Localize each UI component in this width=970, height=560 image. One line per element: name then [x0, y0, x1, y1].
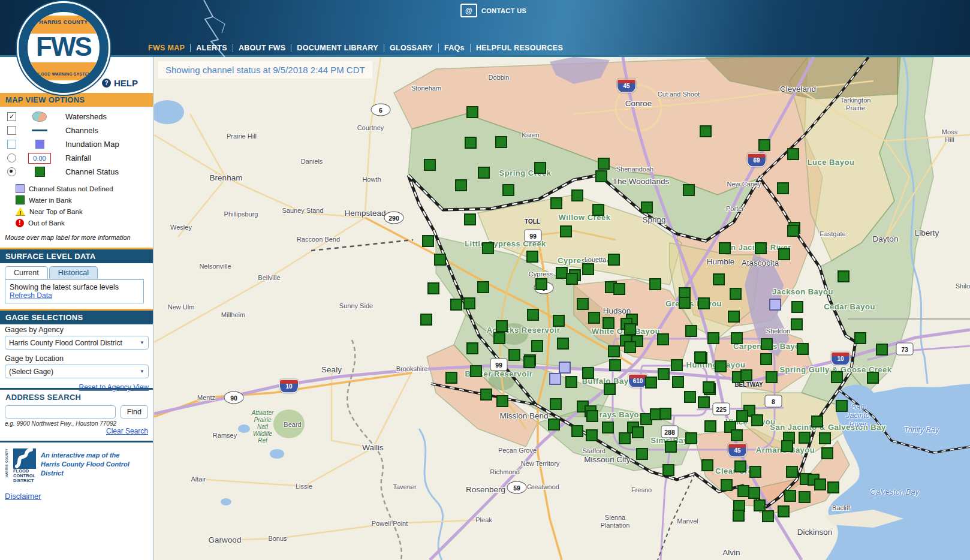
contact-us-button[interactable]: @ CONTACT US [460, 4, 526, 17]
channel-status-marker-water-in-bank[interactable] [603, 317, 614, 329]
find-button[interactable]: Find [121, 405, 148, 419]
channel-status-marker-water-in-bank[interactable] [685, 325, 697, 337]
channel-status-marker-water-in-bank[interactable] [684, 391, 696, 403]
channel-status-marker-water-in-bank[interactable] [704, 420, 716, 432]
channel-status-marker-water-in-bank[interactable] [496, 395, 508, 407]
channel-status-marker-water-in-bank[interactable] [698, 297, 710, 309]
nav-item-helpful-resources[interactable]: HELPFUL RESOURCES [471, 44, 568, 52]
channel-status-marker-water-in-bank[interactable] [602, 421, 614, 433]
channel-status-marker-water-in-bank[interactable] [778, 248, 790, 260]
channel-status-marker-water-in-bank[interactable] [740, 369, 752, 381]
channel-status-marker-not-defined[interactable] [549, 373, 561, 385]
channel-status-marker-not-defined[interactable] [769, 299, 781, 311]
channel-status-marker-water-in-bank[interactable] [814, 478, 826, 490]
channel-status-marker-water-in-bank[interactable] [657, 333, 669, 345]
tab-historical[interactable]: Historical [49, 266, 98, 279]
channel-status-marker-water-in-bank[interactable] [665, 441, 677, 453]
channel-status-marker-water-in-bank[interactable] [728, 311, 740, 323]
channel-status-marker-water-in-bank[interactable] [734, 460, 746, 472]
channel-status-marker-water-in-bank[interactable] [731, 332, 743, 344]
channel-status-marker-water-in-bank[interactable] [582, 263, 594, 275]
channel-status-marker-water-in-bank[interactable] [672, 376, 684, 388]
channel-status-marker-water-in-bank[interactable] [420, 314, 432, 326]
clear-search-link[interactable]: Clear Search [0, 427, 153, 435]
channel-status-marker-water-in-bank[interactable] [464, 213, 476, 225]
agency-select[interactable]: Harris County Flood Control District ▼ [5, 336, 149, 350]
channel-status-marker-water-in-bank[interactable] [557, 338, 569, 350]
channel-status-marker-water-in-bank[interactable] [636, 448, 648, 460]
channel-status-marker-water-in-bank[interactable] [553, 315, 565, 327]
channel-status-marker-water-in-bank[interactable] [598, 158, 610, 170]
tab-current[interactable]: Current [5, 266, 48, 279]
channel-status-marker-water-in-bank[interactable] [876, 344, 888, 356]
channel-status-marker-water-in-bank[interactable] [736, 410, 748, 422]
disclaimer-link[interactable]: Disclaimer [5, 492, 148, 501]
channel-status-marker-water-in-bank[interactable] [685, 432, 697, 444]
channel-status-marker-water-in-bank[interactable] [455, 179, 467, 191]
nav-item-glossary[interactable]: GLOSSARY [384, 44, 439, 52]
channel-status-marker-water-in-bank[interactable] [748, 487, 760, 499]
channel-status-marker-water-in-bank[interactable] [733, 510, 745, 522]
channel-status-marker-water-in-bank[interactable] [791, 301, 803, 313]
channel-status-marker-water-in-bank[interactable] [434, 254, 446, 266]
channel-status-marker-water-in-bank[interactable] [582, 367, 594, 379]
channel-status-marker-water-in-bank[interactable] [799, 491, 811, 503]
nav-item-about-fws[interactable]: ABOUT FWS [233, 44, 291, 52]
channel-status-marker-water-in-bank[interactable] [836, 400, 848, 412]
refresh-data-link[interactable]: Refresh Data [10, 291, 52, 300]
channel-status-marker-water-in-bank[interactable] [478, 167, 490, 179]
channel-status-marker-water-in-bank[interactable] [838, 270, 849, 282]
channel-status-marker-water-in-bank[interactable] [608, 345, 620, 357]
channel-status-marker-water-in-bank[interactable] [658, 368, 670, 380]
channel-status-marker-water-in-bank[interactable] [565, 376, 577, 388]
layer-radio-channel-status[interactable] [7, 167, 16, 176]
channel-status-marker-water-in-bank[interactable] [577, 298, 589, 310]
channel-status-marker-water-in-bank[interactable] [586, 429, 598, 441]
channel-status-marker-water-in-bank[interactable] [811, 416, 823, 427]
channel-status-marker-water-in-bank[interactable] [571, 189, 583, 201]
gage-select[interactable]: (Select Gage) ▼ [5, 365, 149, 378]
channel-status-marker-water-in-bank[interactable] [749, 466, 761, 478]
channel-status-marker-water-in-bank[interactable] [595, 170, 607, 182]
channel-status-marker-water-in-bank[interactable] [480, 389, 492, 401]
address-search-input[interactable] [5, 405, 116, 419]
channel-status-marker-water-in-bank[interactable] [701, 459, 713, 471]
channel-status-marker-water-in-bank[interactable] [662, 464, 674, 476]
channel-status-marker-water-in-bank[interactable] [571, 425, 583, 437]
channel-status-marker-water-in-bank[interactable] [787, 225, 799, 237]
channel-status-marker-water-in-bank[interactable] [604, 383, 616, 395]
channel-status-marker-water-in-bank[interactable] [531, 340, 543, 352]
channel-status-marker-water-in-bank[interactable] [707, 332, 719, 344]
channel-status-marker-water-in-bank[interactable] [465, 137, 477, 149]
layer-radio-rainfall[interactable] [7, 153, 16, 162]
channel-status-marker-water-in-bank[interactable] [649, 278, 661, 290]
channel-status-marker-water-in-bank[interactable] [482, 242, 494, 254]
channel-status-marker-water-in-bank[interactable] [592, 204, 604, 216]
channel-status-marker-water-in-bank[interactable] [495, 136, 507, 148]
channel-status-marker-water-in-bank[interactable] [671, 359, 683, 371]
channel-status-marker-water-in-bank[interactable] [679, 297, 691, 309]
channel-status-marker-water-in-bank[interactable] [613, 283, 625, 295]
channel-status-marker-water-in-bank[interactable] [719, 242, 731, 254]
nav-item-fws-map[interactable]: FWS MAP [143, 44, 191, 52]
channel-status-marker-water-in-bank[interactable] [526, 251, 538, 263]
channel-status-marker-water-in-bank[interactable] [715, 360, 727, 372]
channel-status-marker-water-in-bank[interactable] [535, 278, 547, 290]
layer-checkbox-channels[interactable] [7, 126, 16, 135]
nav-item-document-library[interactable]: DOCUMENT LIBRARY [291, 44, 384, 52]
channel-status-marker-water-in-bank[interactable] [777, 182, 789, 194]
channel-status-marker-water-in-bank[interactable] [508, 349, 520, 361]
channel-status-marker-water-in-bank[interactable] [608, 254, 620, 266]
nav-item-alerts[interactable]: ALERTS [191, 44, 233, 52]
channel-status-marker-water-in-bank[interactable] [586, 410, 598, 422]
channel-status-marker-water-in-bank[interactable] [758, 139, 770, 151]
layer-checkbox-inundation-map[interactable] [7, 140, 16, 149]
channel-status-marker-water-in-bank[interactable] [641, 201, 653, 213]
channel-status-marker-water-in-bank[interactable] [730, 288, 742, 300]
channel-status-marker-water-in-bank[interactable] [831, 371, 843, 383]
channel-status-marker-water-in-bank[interactable] [761, 338, 773, 350]
channel-status-marker-water-in-bank[interactable] [797, 343, 809, 355]
channel-status-marker-water-in-bank[interactable] [624, 323, 636, 335]
channel-status-marker-water-in-bank[interactable] [778, 505, 790, 517]
channel-status-marker-water-in-bank[interactable] [527, 309, 539, 321]
